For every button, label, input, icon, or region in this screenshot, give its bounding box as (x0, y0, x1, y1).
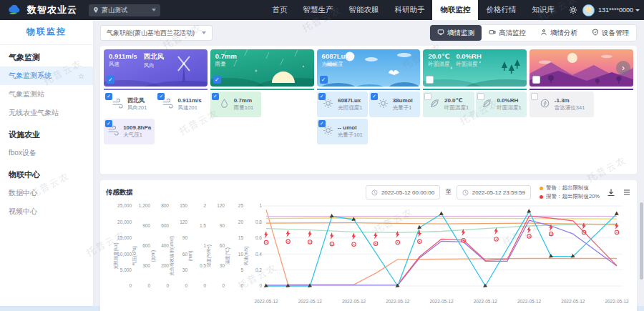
monitor-icon (437, 29, 444, 36)
svg-text:2022-05-12: 2022-05-12 (342, 299, 366, 304)
card-values: 6087Lux光照强度 (322, 52, 349, 68)
card-values: 20.0℃叶面温度0.0%RH叶面湿度 (428, 52, 481, 68)
chip-checkbox[interactable]: ✓ (105, 93, 112, 100)
sidebar-item[interactable]: 视频中心 (0, 202, 93, 221)
sidebar-item-label: fbox设备 (9, 148, 36, 158)
chip-checkbox[interactable]: ✓ (157, 93, 165, 100)
card-checkbox[interactable]: ✓ (213, 76, 221, 84)
sidebar-item[interactable]: 无线农业气象站 (0, 104, 93, 122)
page-scrollbar[interactable] (640, 202, 643, 280)
list-icon (623, 188, 631, 197)
chip-checkbox[interactable] (424, 93, 431, 100)
svg-text:2022-05-12: 2022-05-12 (254, 299, 278, 304)
nav-item[interactable]: 智能农服 (341, 0, 386, 20)
sidebar-item[interactable]: fbox设备 (0, 144, 93, 162)
card-checkbox[interactable]: ✓ (107, 76, 114, 84)
brand-title: 数智农业云 (27, 4, 77, 16)
location-pin-icon (93, 6, 99, 14)
chevron-down-icon (152, 9, 156, 11)
chip-checkbox[interactable] (531, 93, 538, 100)
sidebar-item-label: 气象监测系统 (9, 71, 52, 81)
camera-icon (489, 29, 496, 36)
legend-label: 报警：超出限制值20% (546, 193, 600, 200)
svg-text:2: 2 (203, 203, 206, 208)
nav-item[interactable]: 价格行情 (478, 0, 524, 20)
svg-text:0.6: 0.6 (255, 235, 262, 240)
bolt-circle-icon (539, 97, 551, 109)
card-label: 叶面温度 (428, 61, 449, 68)
chip-value: -- umol (338, 124, 363, 132)
nav-item[interactable]: 智慧生产 (295, 0, 341, 20)
date-separator: 至 (445, 188, 452, 197)
nav-item[interactable]: 物联监控 (432, 0, 478, 20)
svg-text:0.4: 0.4 (255, 252, 262, 257)
card-label: 叶面湿度 (456, 61, 481, 68)
svg-text:0: 0 (203, 283, 206, 288)
sidebar-section-header: 物联中心 (0, 162, 93, 184)
card-label: 光照强度 (322, 61, 349, 68)
chip-checkbox[interactable] (477, 93, 484, 100)
location-select[interactable]: 萧山测试 (89, 4, 160, 16)
chip-checkbox[interactable]: ✓ (371, 93, 378, 100)
carousel-next-button[interactable]: › (616, 61, 630, 75)
alert-legend: 警告：超出限制值报警：超出限制值20% (540, 184, 600, 200)
sidebar-item[interactable]: 气象监测站 (0, 85, 93, 104)
download-button[interactable] (607, 188, 615, 197)
svg-text:1.5: 1.5 (200, 223, 206, 228)
settings-button[interactable] (569, 6, 577, 14)
svg-text:2022-05-12: 2022-05-12 (561, 299, 585, 304)
tab-墒情分析[interactable]: 墒情分析 (533, 25, 585, 41)
sensor-panel: 0.911m/s风速西北风风向✓✓西北风风向201✓0.911m/s风速201✓… (100, 46, 637, 174)
card-checkbox[interactable]: ✓ (320, 76, 328, 84)
legend-item: 警告：超出限制值 (540, 184, 600, 192)
card-value: 0.7mm (215, 52, 237, 60)
svg-text:5,000: 5,000 (120, 267, 132, 272)
chart-card: 传感数据 2022-05-12 00:00:00 至 (100, 180, 637, 311)
chip-value: 0.7mm (234, 97, 254, 104)
chip-checkbox[interactable]: ✓ (318, 120, 326, 127)
monitor-tabs: 墒情监测高清监控墒情分析设备管理 (429, 24, 637, 41)
chip-text: 0.911m/s风速201 (177, 97, 201, 111)
nav-item[interactable]: 科研助手 (386, 0, 432, 20)
chip-checkbox[interactable]: ✓ (105, 120, 112, 127)
chip-checkbox[interactable]: ✓ (318, 93, 326, 100)
date-to-input[interactable]: 2022-05-12 23:59:59 (457, 185, 531, 199)
nav-item[interactable]: 首页 (264, 0, 295, 20)
svg-text:200: 200 (161, 263, 169, 268)
legend-dot-icon (540, 195, 543, 199)
tab-高清监控[interactable]: 高清监控 (482, 25, 533, 41)
svg-text:400: 400 (161, 243, 169, 248)
user-name[interactable]: 131****0000 (598, 6, 633, 14)
star-icon[interactable]: ☆ (78, 72, 84, 80)
gear-icon (569, 6, 577, 14)
svg-text:2022-05-12: 2022-05-12 (298, 299, 323, 304)
sidebar-item[interactable]: 数据中心 (0, 184, 93, 202)
card-value: 0.911m/s (109, 52, 137, 60)
date-from-input[interactable]: 2022-05-12 00:00:00 (366, 185, 440, 199)
sidebar-item[interactable]: 气象监测系统☆ (0, 66, 93, 85)
card-value: 6087Lux (322, 52, 349, 60)
sidebar-title: 物联监控 (0, 26, 93, 45)
svg-text:(ppm): (ppm) (150, 250, 156, 262)
svg-text:温度(℃): 温度(℃) (225, 247, 230, 265)
tab-墒情监测[interactable]: 墒情监测 (430, 25, 482, 41)
chip-value: 0.911m/s (177, 97, 201, 104)
svg-text:600: 600 (142, 243, 150, 248)
user-avatar[interactable] (582, 4, 595, 16)
card-value-pair: 20.0℃叶面温度 (428, 52, 449, 68)
svg-text:0: 0 (240, 283, 243, 288)
tab-设备管理[interactable]: 设备管理 (585, 25, 636, 41)
sensor-column: 0.911m/s风速西北风风向✓✓西北风风向201✓0.911m/s风速201✓… (104, 49, 208, 144)
chart-type-button[interactable] (623, 188, 631, 197)
device-select[interactable]: 气象职能(萧山基地西兰花活动) (100, 25, 213, 41)
card-value: 20.0℃ (428, 52, 449, 60)
nav-item[interactable]: 知识库 (524, 0, 562, 20)
user-menu-chevron-icon[interactable] (635, 9, 640, 11)
main-nav: 首页智慧生产智能农服科研助手物联监控价格行情知识库 (264, 0, 562, 20)
svg-text:气压(kPa): 气压(kPa) (132, 246, 137, 266)
card-checkbox[interactable] (426, 76, 434, 84)
svg-text:0: 0 (166, 283, 169, 288)
device-select-value: 气象职能(萧山基地西兰花活动) (107, 29, 195, 38)
card-checkbox[interactable] (532, 76, 540, 84)
chip-checkbox[interactable]: ✓ (212, 93, 219, 100)
